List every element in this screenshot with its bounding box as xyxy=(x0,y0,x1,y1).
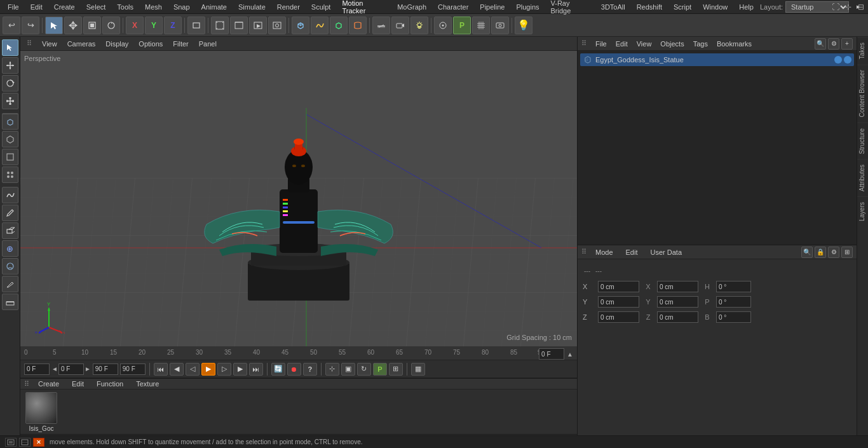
menu-select[interactable]: Select xyxy=(81,2,111,12)
extrude-tool[interactable] xyxy=(2,222,18,239)
menu-mograph[interactable]: MoGraph xyxy=(392,2,431,12)
attr-x-pos-input[interactable] xyxy=(598,281,639,292)
attr-lock-icon[interactable]: 🔒 xyxy=(815,247,826,258)
vtab-attributes[interactable]: Attributes xyxy=(857,159,868,196)
objects-view-tab[interactable]: View xyxy=(633,39,656,49)
polygon-tool[interactable] xyxy=(2,131,18,147)
objects-edit-tab[interactable]: Edit xyxy=(612,39,632,49)
objects-bookmarks-tab[interactable]: Bookmarks xyxy=(713,39,756,49)
attr-mode-tab[interactable]: Mode xyxy=(592,247,617,257)
obj-settings-icon[interactable]: ⚙ xyxy=(828,38,839,50)
keyframe-grid-button[interactable]: ⊞ xyxy=(389,363,403,376)
attr-z-pos-input[interactable] xyxy=(598,311,639,323)
snap-to-button[interactable] xyxy=(434,17,452,34)
menu-animate[interactable]: Animate xyxy=(196,2,232,12)
menu-create[interactable]: Create xyxy=(49,2,80,12)
menu-edit[interactable]: Edit xyxy=(25,2,48,12)
object-mode-button[interactable] xyxy=(187,17,205,34)
menu-script[interactable]: Script xyxy=(668,2,696,12)
menu-vray[interactable]: V-Ray Bridge xyxy=(546,0,595,16)
viewport-view-menu[interactable]: View xyxy=(39,39,60,49)
deformer-button[interactable] xyxy=(349,17,367,34)
obj-add-icon[interactable]: + xyxy=(841,38,853,50)
menu-redshift[interactable]: Redshift xyxy=(632,2,667,12)
frame-step-down-icon[interactable]: ◄ xyxy=(51,365,58,372)
viewport-canvas[interactable]: Perspective Grid Spacing : 10 cm X Y xyxy=(20,51,577,346)
material-edit-tab[interactable]: Edit xyxy=(68,379,88,389)
bulb-button[interactable]: 💡 xyxy=(515,17,532,34)
attr-p-input[interactable] xyxy=(716,296,751,308)
material-texture-tab[interactable]: Texture xyxy=(132,379,163,389)
menu-file[interactable]: File xyxy=(3,2,24,12)
obj-search-icon[interactable]: 🔍 xyxy=(815,38,826,50)
motion-clip-button[interactable]: ▦ xyxy=(411,363,425,376)
menu-mesh[interactable]: Mesh xyxy=(140,2,167,12)
menu-pipeline[interactable]: Pipeline xyxy=(475,2,510,12)
keyframe-rotate-button[interactable]: ↻ xyxy=(357,363,371,376)
axis-z-button[interactable]: Z xyxy=(164,17,182,34)
attr-search-icon[interactable]: 🔍 xyxy=(801,247,813,258)
transform-tool[interactable] xyxy=(2,57,18,74)
statusbar-icon-close[interactable]: ✕ xyxy=(33,438,44,447)
floor-button[interactable] xyxy=(372,17,390,34)
statusbar-icon-1[interactable] xyxy=(5,438,17,447)
material-create-tab[interactable]: Create xyxy=(34,379,63,389)
keyframe-box-button[interactable]: ▣ xyxy=(341,363,355,376)
object-tool[interactable] xyxy=(2,113,18,130)
menu-tools[interactable]: Tools xyxy=(112,2,139,12)
next-key-button[interactable]: ▷ xyxy=(217,363,231,376)
objects-tags-tab[interactable]: Tags xyxy=(689,39,712,49)
render-settings-button[interactable] xyxy=(249,17,267,34)
spline-tool-button[interactable] xyxy=(311,17,329,34)
current-frame-input[interactable] xyxy=(58,363,84,375)
statusbar-icon-2[interactable] xyxy=(19,438,31,447)
magnet-tool[interactable]: ⊕ xyxy=(2,240,18,257)
material-function-tab[interactable]: Function xyxy=(93,379,127,389)
attr-expand-icon[interactable]: ⊞ xyxy=(841,247,853,258)
goto-start-button[interactable]: ⏮ xyxy=(154,363,168,376)
axis-x-button[interactable]: X xyxy=(126,17,144,34)
material-swatch[interactable] xyxy=(25,392,57,424)
viewport-panel-menu[interactable]: Panel xyxy=(196,39,219,49)
pen-tool[interactable] xyxy=(2,205,18,221)
open-render-viewer-button[interactable] xyxy=(268,17,286,34)
start-frame-input[interactable] xyxy=(24,363,50,375)
rotate-tool-button[interactable] xyxy=(102,17,120,34)
current-frame-display[interactable] xyxy=(539,348,564,360)
loop-button[interactable]: 🔄 xyxy=(271,363,285,376)
attr-userdata-tab[interactable]: User Data xyxy=(647,247,686,257)
objects-objects-tab[interactable]: Objects xyxy=(656,39,688,49)
vtab-takes[interactable]: Takes xyxy=(857,37,868,64)
attr-edit-tab[interactable]: Edit xyxy=(622,247,642,257)
webcam-button[interactable] xyxy=(491,17,509,34)
viewport-lock-button[interactable]: ⊟ xyxy=(855,1,867,13)
menu-motion-tracker[interactable]: Motion Tracker xyxy=(337,0,391,16)
redo-button[interactable]: ↪ xyxy=(22,17,39,34)
menu-render[interactable]: Render xyxy=(272,2,305,12)
menu-plugins[interactable]: Plugins xyxy=(511,2,544,12)
attr-h-input[interactable] xyxy=(716,281,751,292)
floor-obj-tool[interactable] xyxy=(2,294,18,310)
menu-help[interactable]: Help xyxy=(734,2,759,12)
object-visible-dot[interactable] xyxy=(834,56,842,64)
grid-button[interactable] xyxy=(472,17,490,34)
nurbs-button[interactable] xyxy=(330,17,348,34)
menu-character[interactable]: Character xyxy=(433,2,473,12)
spline-draw-tool[interactable] xyxy=(2,187,18,203)
cube-button[interactable] xyxy=(292,17,309,34)
paint-tool[interactable] xyxy=(2,258,18,275)
prev-key-button[interactable]: ◁ xyxy=(186,363,200,376)
camera-button[interactable] xyxy=(391,17,409,34)
prev-frame-button[interactable]: ◀ xyxy=(170,363,184,376)
scale-tool-button[interactable] xyxy=(83,17,101,34)
knife-tool[interactable] xyxy=(2,276,18,292)
viewport-options-menu[interactable]: Options xyxy=(136,39,165,49)
objects-file-tab[interactable]: File xyxy=(592,39,611,49)
select-tool[interactable] xyxy=(2,39,18,56)
keyframe-move-button[interactable]: ⊹ xyxy=(325,363,339,376)
frame-arrow-up[interactable]: ▲ xyxy=(567,351,573,358)
attr-settings-icon[interactable]: ⚙ xyxy=(828,247,839,258)
attr-y-val2-input[interactable] xyxy=(657,296,698,308)
object-list-item-isis[interactable]: L0 Egypt_Goddess_Isis_Statue xyxy=(580,53,854,66)
attr-y-pos-input[interactable] xyxy=(598,296,639,308)
